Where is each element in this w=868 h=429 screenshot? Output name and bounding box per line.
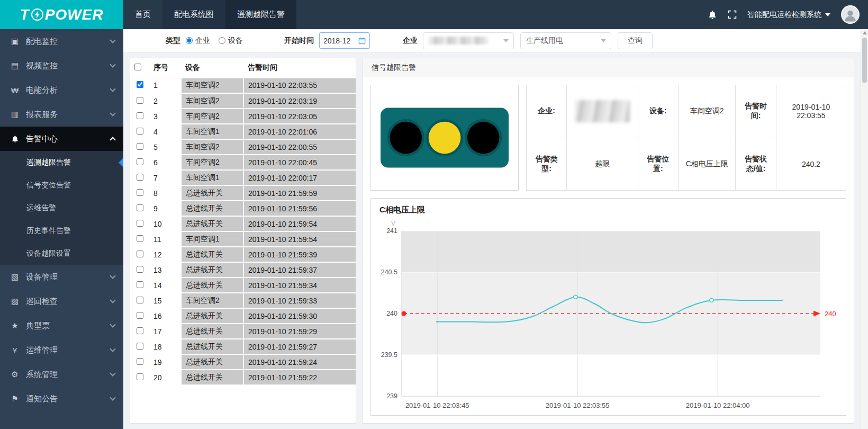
row-checkbox[interactable] [137, 235, 143, 242]
type-radio-enterprise[interactable]: 企业 [186, 36, 210, 46]
sidebar-item-video[interactable]: ▤视频监控 [0, 53, 123, 78]
row-checkbox[interactable] [137, 189, 143, 196]
chevron-icon [110, 273, 115, 279]
row-checkbox[interactable] [137, 97, 143, 104]
sidebar-subitem[interactable]: 遥测越限告警 [0, 151, 123, 174]
table-row[interactable]: 1车间空调22019-01-10 22:03:55 [130, 78, 356, 93]
row-checkbox[interactable] [137, 112, 143, 119]
row-no: 7 [149, 170, 181, 185]
vertical-scrollbar[interactable] [861, 29, 868, 429]
table-row[interactable]: 18总进线开关2019-01-10 21:59:27 [130, 339, 356, 354]
system-name-menu[interactable]: 智能配电运检检测系统 [747, 10, 830, 20]
nav-tab-1[interactable]: 配电系统图 [162, 0, 225, 29]
table-row[interactable]: 6车间空调22019-01-10 22:00:45 [130, 155, 356, 170]
sidebar-item-label: 报表服务 [26, 110, 58, 120]
row-checkbox[interactable] [137, 251, 143, 257]
table-row[interactable]: 9总进线开关2019-01-10 21:59:56 [130, 201, 356, 216]
table-row[interactable]: 19总进线开关2019-01-10 21:59:24 [130, 354, 356, 370]
row-no: 16 [149, 308, 181, 324]
row-time: 2019-01-10 22:00:45 [243, 155, 356, 170]
row-time: 2019-01-10 21:59:56 [243, 201, 356, 216]
row-device: 总进线开关 [181, 339, 243, 354]
sidebar-subitem[interactable]: 设备越限设置 [0, 242, 123, 265]
type-radio-enterprise-input[interactable] [186, 37, 193, 44]
row-checkbox[interactable] [137, 220, 143, 227]
table-row[interactable]: 15车间空调22019-01-10 21:59:33 [130, 293, 356, 308]
start-time-input[interactable]: 2018-12 [319, 32, 370, 49]
row-device: 总进线开关 [181, 201, 243, 216]
notification-bell-icon[interactable] [708, 10, 717, 20]
sidebar-item-energy[interactable]: ₩电能分析 [0, 78, 123, 102]
row-checkbox[interactable] [137, 204, 143, 211]
table-row[interactable]: 5车间空调22019-01-10 22:00:55 [130, 139, 356, 155]
line-select[interactable]: 生产线用电 [520, 32, 611, 49]
table-row[interactable]: 8总进线开关2019-01-10 21:59:59 [130, 185, 356, 201]
alarm-detail-panel: 信号越限告警 [363, 58, 854, 424]
type-radio-device[interactable]: 设备 [219, 36, 243, 46]
select-all-checkbox[interactable] [134, 64, 141, 70]
sidebar-item-ticket[interactable]: ★典型票 [0, 314, 123, 338]
fullscreen-icon[interactable] [728, 10, 737, 19]
row-checkbox[interactable] [137, 266, 143, 273]
row-no: 18 [149, 339, 181, 354]
sidebar-item-device[interactable]: ▧设备管理 [0, 265, 123, 289]
table-row[interactable]: 10总进线开关2019-01-10 21:59:54 [130, 216, 356, 231]
sidebar-item-patrol[interactable]: ▨巡回检查 [0, 289, 123, 314]
info-enterprise-label: 企业: [527, 85, 567, 138]
table-row[interactable]: 3车间空调22019-01-10 22:03:05 [130, 109, 356, 124]
query-button[interactable]: 查询 [618, 32, 653, 49]
row-time: 2019-01-10 21:59:33 [243, 293, 356, 308]
row-no: 6 [149, 155, 181, 170]
row-checkbox[interactable] [137, 297, 143, 303]
sidebar-item-monitor[interactable]: ▣配电监控 [0, 29, 123, 53]
row-checkbox[interactable] [137, 174, 143, 181]
table-row[interactable]: 13总进线开关2019-01-10 21:59:37 [130, 262, 356, 278]
nav-tab-2[interactable]: 遥测越限告警 [225, 0, 296, 29]
row-device: 总进线开关 [181, 354, 243, 370]
sidebar-item-label: 电能分析 [26, 85, 58, 95]
sidebar-item-system[interactable]: ⚙系统管理 [0, 362, 123, 387]
table-row[interactable]: 11车间空调12019-01-10 21:59:54 [130, 231, 356, 247]
sidebar-item-notice[interactable]: ⚑通知公告 [0, 387, 123, 411]
scroll-up-arrow[interactable] [863, 31, 867, 34]
row-checkbox[interactable] [137, 143, 143, 150]
table-row[interactable]: 14总进线开关2019-01-10 21:59:34 [130, 278, 356, 293]
row-checkbox[interactable] [137, 343, 143, 350]
calendar-icon [358, 37, 366, 44]
chevron-icon [110, 37, 115, 43]
table-row[interactable]: 17总进线开关2019-01-10 21:59:29 [130, 324, 356, 339]
row-checkbox[interactable] [137, 158, 143, 165]
sidebar-subitem[interactable]: 信号变位告警 [0, 174, 123, 196]
table-row[interactable]: 4车间空调12019-01-10 22:01:06 [130, 124, 356, 139]
top-right-actions: 智能配电运检检测系统 [708, 0, 868, 29]
sidebar-item-ops[interactable]: ¥运维管理 [0, 338, 123, 362]
row-checkbox[interactable] [137, 81, 143, 88]
table-row[interactable]: 2车间空调22019-01-10 22:03:19 [130, 93, 356, 109]
sidebar-subitem[interactable]: 历史事件告警 [0, 219, 123, 242]
row-time: 2019-01-10 21:59:30 [243, 308, 356, 324]
column-header-time: 告警时间 [243, 58, 356, 78]
sidebar-item-bell[interactable]: 告警中心 [0, 127, 123, 151]
sidebar-subitem[interactable]: 运维告警 [0, 196, 123, 219]
row-checkbox[interactable] [137, 373, 143, 380]
scrollbar-thumb[interactable] [862, 38, 867, 83]
row-checkbox[interactable] [137, 327, 143, 334]
table-row[interactable]: 7车间空调12019-01-10 22:00:17 [130, 170, 356, 185]
nav-tab-0[interactable]: 首页 [123, 0, 162, 29]
chevron-icon [110, 297, 115, 303]
row-checkbox[interactable] [137, 312, 143, 319]
table-row[interactable]: 16总进线开关2019-01-10 21:59:30 [130, 308, 356, 324]
sidebar-item-report[interactable]: ▥报表服务 [0, 102, 123, 127]
table-row[interactable]: 12总进线开关2019-01-10 21:59:39 [130, 247, 356, 262]
enterprise-select[interactable] [423, 32, 514, 49]
row-checkbox[interactable] [137, 128, 143, 135]
user-avatar[interactable] [841, 5, 860, 24]
filter-bar: 类型 企业 设备 开始时间 2018-12 企业 生产线用电 [123, 29, 861, 52]
sidebar-item-label: 视频监控 [26, 61, 58, 71]
type-radio-device-input[interactable] [219, 37, 225, 44]
row-checkbox[interactable] [137, 281, 143, 288]
info-device-value: 车间空调2 [679, 85, 736, 138]
row-device: 总进线开关 [181, 324, 243, 339]
table-row[interactable]: 20总进线开关2019-01-10 21:59:22 [130, 370, 356, 385]
row-checkbox[interactable] [137, 358, 143, 365]
